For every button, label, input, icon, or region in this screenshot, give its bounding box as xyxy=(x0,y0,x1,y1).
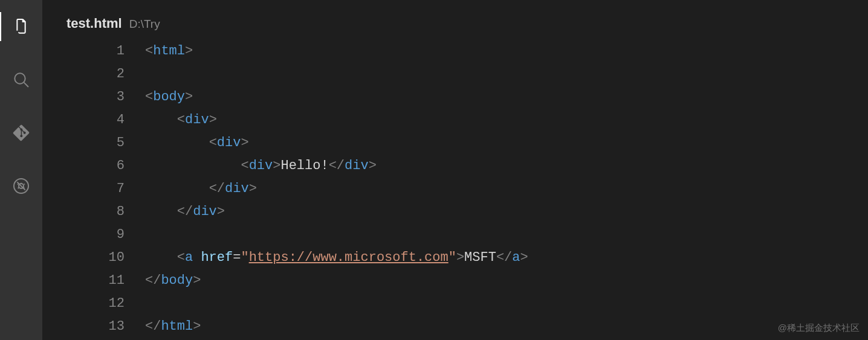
svg-line-1 xyxy=(24,83,28,87)
code-line[interactable]: <div>Hello!</div> xyxy=(145,155,868,178)
svg-point-0 xyxy=(15,73,25,83)
explorer-icon[interactable] xyxy=(0,12,42,41)
git-icon[interactable] xyxy=(0,118,42,147)
line-number: 12 xyxy=(42,292,125,315)
activity-bar xyxy=(0,0,42,340)
line-number: 13 xyxy=(42,315,125,338)
editor-main: test.html D:\Try 12345678910111213 <html… xyxy=(42,0,868,340)
filepath-label: D:\Try xyxy=(129,18,160,31)
code-editor[interactable]: 12345678910111213 <html> <body> <div> <d… xyxy=(42,40,868,340)
line-number: 3 xyxy=(42,86,125,109)
code-line[interactable]: </div> xyxy=(145,200,868,223)
debug-icon[interactable] xyxy=(0,172,42,200)
watermark-text: @稀土掘金技术社区 xyxy=(778,322,860,334)
code-line[interactable]: </div> xyxy=(145,178,868,200)
line-number: 10 xyxy=(42,246,125,269)
line-number: 6 xyxy=(42,155,125,178)
line-number: 1 xyxy=(42,40,125,63)
code-line[interactable]: <a href="https://www.microsoft.com">MSFT… xyxy=(145,246,868,269)
code-line[interactable] xyxy=(145,63,868,86)
code-line[interactable]: <div> xyxy=(145,132,868,155)
code-line[interactable]: <body> xyxy=(145,86,868,109)
filename-label: test.html xyxy=(66,16,122,31)
line-number: 4 xyxy=(42,109,125,132)
search-icon[interactable] xyxy=(0,65,42,94)
code-line[interactable]: </html> xyxy=(145,315,868,338)
line-number: 9 xyxy=(42,223,125,246)
code-line[interactable]: <html> xyxy=(145,40,868,63)
line-number: 2 xyxy=(42,63,125,86)
line-number-gutter: 12345678910111213 xyxy=(42,40,145,340)
code-content[interactable]: <html> <body> <div> <div> <div>Hello!</d… xyxy=(145,40,868,340)
code-line[interactable] xyxy=(145,223,868,246)
editor-title: test.html D:\Try xyxy=(42,0,868,40)
line-number: 5 xyxy=(42,132,125,155)
code-line[interactable] xyxy=(145,292,868,315)
line-number: 7 xyxy=(42,178,125,200)
line-number: 8 xyxy=(42,200,125,223)
code-line[interactable]: <div> xyxy=(145,109,868,132)
code-line[interactable]: </body> xyxy=(145,269,868,292)
line-number: 11 xyxy=(42,269,125,292)
